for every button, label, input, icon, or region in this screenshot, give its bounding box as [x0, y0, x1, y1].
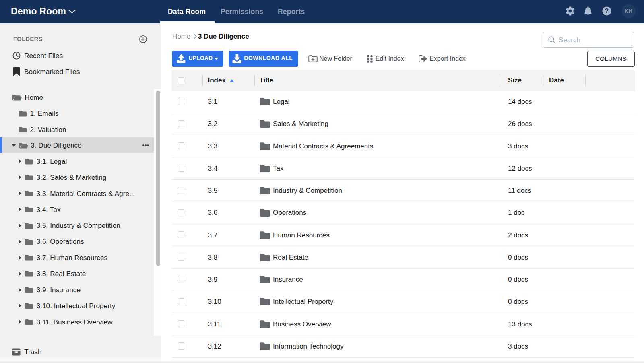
- svg-text:?: ?: [605, 8, 609, 14]
